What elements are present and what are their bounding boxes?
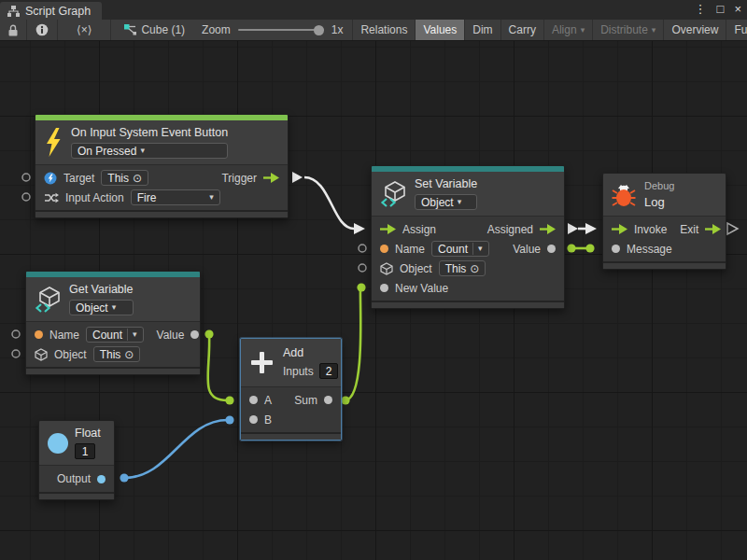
event-mode-dropdown[interactable]: On Pressed ▾ xyxy=(71,143,228,159)
setvar-value-port[interactable] xyxy=(567,244,575,252)
getvar-name-label: Name xyxy=(49,329,79,342)
add-b-inner-port[interactable] xyxy=(249,415,258,424)
getvar-object-chip[interactable]: This ⊙ xyxy=(93,346,141,362)
debug-category-label: Debug xyxy=(644,180,674,192)
event-trigger-port[interactable] xyxy=(292,172,303,183)
values-button[interactable]: Values xyxy=(416,20,465,40)
add-node-header: Add Inputs 2 xyxy=(241,339,341,387)
debug-message-inner-port[interactable] xyxy=(612,245,620,253)
flow-arrow-icon xyxy=(380,224,396,234)
debug-node-footer xyxy=(603,261,726,269)
getvar-node-body: Name Count ▾ Value Object xyxy=(26,322,200,367)
setvar-value-inner-port[interactable] xyxy=(547,245,556,253)
add-sum-label: Sum xyxy=(294,394,317,407)
setvar-kind-dropdown[interactable]: Object ▾ xyxy=(415,194,477,210)
setvar-assign-label: Assign xyxy=(402,223,436,236)
add-sum-inner-port[interactable] xyxy=(324,396,332,404)
shuffle-icon xyxy=(44,192,59,203)
setvar-newvalue-port[interactable] xyxy=(357,283,365,291)
add-a-label: A xyxy=(264,394,272,407)
event-target-label: Target xyxy=(63,172,94,185)
cube-icon xyxy=(35,348,48,361)
event-target-object-chip[interactable]: This ⊙ xyxy=(101,170,148,186)
float-output-port[interactable] xyxy=(120,473,128,482)
add-sum-port[interactable] xyxy=(341,396,349,404)
tab-script-graph[interactable]: Script Graph xyxy=(0,2,102,20)
float-value-field[interactable]: 1 xyxy=(75,443,95,459)
node-float[interactable]: Float 1 Output xyxy=(38,420,115,500)
carry-button[interactable]: Carry xyxy=(501,20,544,40)
chevron-down-icon: ▾ xyxy=(140,147,145,155)
setvar-object-chip[interactable]: This ⊙ xyxy=(439,260,486,276)
chevron-down-icon: ▾ xyxy=(458,198,462,206)
setvar-assign-row: Assign Assigned xyxy=(372,219,564,239)
add-node-body: A Sum B xyxy=(241,387,341,432)
setvar-name-port[interactable] xyxy=(380,245,388,253)
add-a-inner-port[interactable] xyxy=(249,396,258,404)
event-node-title: On Input System Event Button xyxy=(71,126,228,140)
lock-icon xyxy=(8,24,18,36)
node-get-variable[interactable]: Get Variable Object ▾ Name Count ▾ xyxy=(25,271,201,375)
getvar-value-inner-port[interactable] xyxy=(190,330,199,339)
event-node-body: Target This ⊙ Trigger xyxy=(35,165,288,210)
lightning-icon xyxy=(44,128,63,157)
setvar-node-title: Set Variable xyxy=(415,177,477,191)
float-node-header: Float 1 xyxy=(39,421,114,466)
getvar-name-port[interactable] xyxy=(35,330,43,339)
lock-button[interactable] xyxy=(0,20,27,40)
add-inputs-count-field[interactable]: 2 xyxy=(319,363,339,379)
add-b-port[interactable] xyxy=(225,415,233,424)
zoom-slider-track xyxy=(238,29,324,31)
getvar-name-dropdown[interactable]: Count ▾ xyxy=(86,327,144,343)
graph-reference[interactable]: Cube (1) xyxy=(111,20,192,40)
node-add[interactable]: Add Inputs 2 A Sum B xyxy=(240,338,342,441)
node-debug-log[interactable]: Debug Log Invoke Exit xyxy=(602,173,726,270)
event-action-dropdown[interactable]: Fire ▾ xyxy=(131,189,220,205)
add-a-port[interactable] xyxy=(225,396,233,404)
title-bar: Script Graph ⋮ □ × xyxy=(0,0,747,20)
close-icon[interactable]: × xyxy=(734,2,741,17)
fullscreen-button[interactable]: Full Screen xyxy=(726,20,747,40)
node-on-input-system-event[interactable]: On Input System Event Button On Pressed … xyxy=(35,114,289,218)
wire-value-to-message xyxy=(567,244,594,252)
code-view-button[interactable]: ⟨×⟩ xyxy=(58,20,111,40)
overview-button[interactable]: Overview xyxy=(664,20,726,40)
graph-tab-icon xyxy=(7,6,20,17)
add-inputs-label: Inputs xyxy=(283,365,314,378)
chevron-down-icon: ▾ xyxy=(478,245,483,253)
zoom-slider-handle[interactable] xyxy=(314,25,324,35)
maximize-icon[interactable]: □ xyxy=(717,2,725,17)
setvar-name-row: Name Count ▾ Value xyxy=(372,239,564,259)
getvar-value-port[interactable] xyxy=(204,329,213,338)
getvar-left-ports[interactable] xyxy=(12,330,20,357)
align-dropdown[interactable]: Align ▾ xyxy=(544,20,593,40)
wire-sum-to-newvalue xyxy=(341,283,365,404)
distribute-dropdown[interactable]: Distribute ▾ xyxy=(593,20,664,40)
debug-node-body: Invoke Exit Message xyxy=(603,217,726,261)
float-node-footer xyxy=(39,492,114,499)
float-output-inner-port[interactable] xyxy=(97,475,106,483)
info-button[interactable] xyxy=(27,20,58,40)
setvar-assigned-port[interactable] xyxy=(568,223,578,234)
setvar-name-dropdown[interactable]: Count ▾ xyxy=(431,241,489,257)
getvar-name-row: Name Count ▾ Value xyxy=(26,325,200,344)
chevron-down-icon: ▾ xyxy=(652,26,656,35)
dim-button[interactable]: Dim xyxy=(465,20,500,40)
event-left-ports[interactable] xyxy=(22,174,30,201)
flow-arrow-icon xyxy=(705,224,721,234)
wire-assigned-to-invoke xyxy=(568,223,597,234)
graph-canvas[interactable]: On Input System Event Button On Pressed … xyxy=(0,41,747,560)
setvar-newvalue-inner-port[interactable] xyxy=(380,284,388,292)
relations-button[interactable]: Relations xyxy=(352,20,416,40)
debug-message-port[interactable] xyxy=(585,244,594,252)
add-a-row: A Sum xyxy=(241,390,341,410)
kebab-menu-icon[interactable]: ⋮ xyxy=(695,2,707,17)
setvar-left-ports[interactable] xyxy=(359,245,366,272)
node-set-variable[interactable]: Set Variable Object ▾ Assign Assigned xyxy=(371,165,565,309)
float-output-label: Output xyxy=(57,472,91,485)
getvar-kind-dropdown[interactable]: Object ▾ xyxy=(69,300,134,315)
zoom-slider[interactable] xyxy=(238,23,324,36)
debug-exit-port[interactable] xyxy=(727,223,738,234)
float-node-title: Float xyxy=(75,427,101,441)
chevron-down-icon: ▾ xyxy=(112,303,117,312)
